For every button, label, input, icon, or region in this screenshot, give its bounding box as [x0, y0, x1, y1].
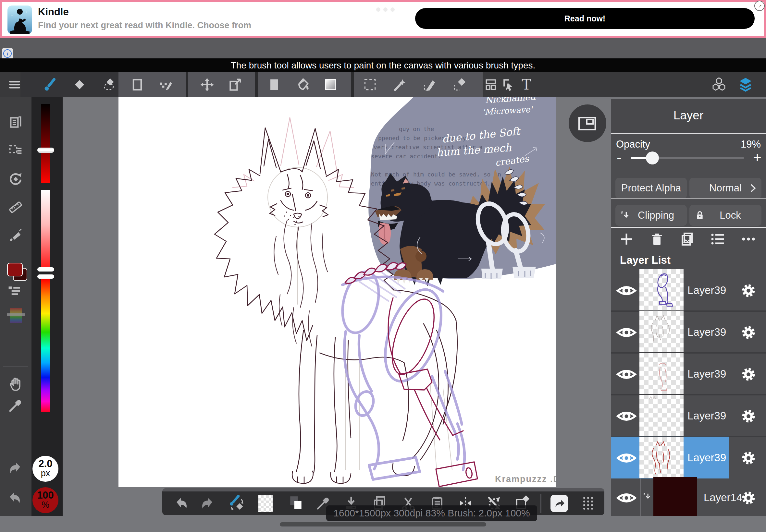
layer-settings-gear-icon[interactable] [740, 490, 757, 506]
blend-mode-button[interactable]: Normal [689, 178, 761, 199]
bucket-tool-icon[interactable] [295, 78, 310, 92]
hue-slider-handle[interactable] [37, 274, 54, 279]
status-strip [0, 38, 766, 58]
text-tool-icon[interactable]: T [519, 77, 534, 92]
visibility-eye-icon[interactable] [616, 450, 637, 466]
pages-icon[interactable] [8, 115, 23, 129]
layer-row[interactable]: Layer39 [611, 311, 766, 353]
ad-banner[interactable]: Kindle Find your next great read with Ki… [0, 0, 766, 38]
layers-panel-icon[interactable] [738, 77, 753, 92]
layer-name: Layer39 [687, 368, 726, 380]
lasso-eraser-tool-icon[interactable] [102, 78, 116, 92]
layer-thumbnail [653, 477, 697, 516]
layer-settings-gear-icon[interactable] [740, 282, 757, 299]
select-pen-tool-icon[interactable] [423, 78, 437, 92]
opacity-minus-button[interactable]: - [617, 150, 622, 164]
transparent-color-swatch[interactable] [258, 495, 273, 512]
redo-icon[interactable] [7, 460, 23, 476]
share-button[interactable] [551, 495, 568, 512]
layer-thumbnail [639, 395, 684, 436]
layer-list-view-button[interactable] [710, 231, 726, 247]
layer-row-selected[interactable]: Layer39 [611, 437, 766, 478]
artwork: guy on the ppened to be picked up by ver… [118, 97, 556, 487]
vector-pen-tool-icon[interactable] [158, 78, 173, 92]
opacity-slider[interactable] [631, 151, 744, 165]
redo-button[interactable] [199, 495, 215, 511]
eraser-tool-icon[interactable] [72, 78, 87, 92]
ruler-icon[interactable] [8, 200, 23, 214]
gradient-tool-icon[interactable] [323, 78, 338, 92]
layer-settings-gear-icon[interactable] [740, 366, 757, 383]
layer-name: Layer39 [687, 452, 726, 464]
layer-thumbnail [639, 353, 684, 394]
color-column: 2.0 px 100 % [31, 97, 63, 516]
layer-settings-gear-icon[interactable] [740, 324, 757, 341]
shade-gradient-bar[interactable] [41, 104, 50, 183]
brush-eraser-toggle-icon[interactable] [228, 495, 245, 512]
hand-tool-icon[interactable] [8, 376, 23, 392]
layer-settings-gear-icon[interactable] [740, 450, 757, 466]
layer-row[interactable]: Layer39 [611, 353, 766, 395]
layer-row[interactable]: Layer14 [611, 478, 766, 516]
move-tool-icon[interactable] [200, 78, 214, 92]
magic-wand-tool-icon[interactable] [393, 78, 407, 92]
layer-settings-gear-icon[interactable] [740, 408, 757, 425]
hue-bar[interactable] [41, 279, 50, 412]
opacity-knob[interactable] [646, 151, 659, 164]
brush-size-badge[interactable]: 2.0 px [32, 456, 58, 482]
rotate-canvas-icon[interactable] [8, 172, 23, 186]
primary-color-swatch[interactable] [7, 263, 23, 276]
layer-thumbnail [639, 311, 684, 352]
clipping-button[interactable]: Clipping [615, 205, 687, 226]
material-3d-icon[interactable] [711, 77, 727, 92]
shape-tool-icon[interactable] [130, 78, 144, 92]
shade-slider-handle[interactable] [37, 148, 54, 153]
brush-tool-icon[interactable] [43, 78, 57, 92]
undo-icon[interactable] [7, 490, 23, 505]
layer-quicklist-icon[interactable] [7, 284, 21, 298]
divide-canvas-icon[interactable] [484, 78, 498, 92]
lock-icon [695, 210, 705, 221]
select-list-icon[interactable] [8, 144, 23, 158]
purple-skeleton-overlay [336, 263, 478, 487]
eyedropper-icon[interactable] [8, 398, 23, 413]
menu-icon[interactable] [7, 78, 22, 92]
visibility-eye-icon[interactable] [616, 367, 637, 382]
tint-slider-handle[interactable] [37, 267, 54, 272]
protect-alpha-button[interactable]: Protect Alpha [615, 178, 687, 199]
brush-opacity-badge[interactable]: 100 % [32, 487, 58, 513]
airbrush-material-icon[interactable] [8, 228, 23, 242]
visibility-eye-icon[interactable] [616, 325, 637, 340]
more-options-button[interactable] [741, 231, 756, 247]
visibility-eye-icon[interactable] [616, 408, 637, 424]
canvas[interactable]: guy on the ppened to be picked up by ver… [118, 97, 556, 487]
ad-cta-button[interactable]: Read now! [415, 8, 755, 29]
visibility-eye-icon[interactable] [616, 490, 637, 506]
info-button[interactable]: i [2, 48, 13, 59]
transform-tool-icon[interactable] [228, 78, 242, 92]
lock-button[interactable]: Lock [689, 205, 761, 226]
fg-bg-color-icon[interactable] [287, 495, 304, 511]
select-rect-tool-icon[interactable] [363, 78, 377, 92]
drag-handle-grid-icon[interactable] [580, 495, 596, 511]
tip-text: The brush tool allows users to paint on … [231, 60, 536, 71]
add-layer-button[interactable] [619, 231, 634, 247]
tip-bar: The brush tool allows users to paint on … [0, 58, 766, 72]
layer-row[interactable]: Layer39 [611, 395, 766, 437]
navigator-button[interactable] [569, 104, 606, 142]
select-layer-cursor-icon[interactable] [501, 78, 516, 92]
opacity-plus-button[interactable]: + [753, 150, 761, 164]
duplicate-layer-button[interactable] [680, 231, 695, 247]
info-icon: i [3, 49, 12, 58]
layer-row[interactable]: Layer39 [611, 269, 766, 311]
home-indicator[interactable] [280, 522, 486, 526]
select-eraser-tool-icon[interactable] [453, 78, 468, 92]
undo-button[interactable] [174, 495, 189, 511]
layer-name: Layer39 [687, 326, 726, 338]
tint-gradient-bar[interactable] [41, 190, 50, 267]
fill-swatch-icon[interactable] [267, 78, 281, 92]
layer-list-header: Layer List [620, 254, 671, 266]
visibility-eye-icon[interactable] [616, 283, 637, 298]
delete-layer-button[interactable] [649, 231, 665, 247]
reader-silhouette-icon [7, 6, 32, 34]
